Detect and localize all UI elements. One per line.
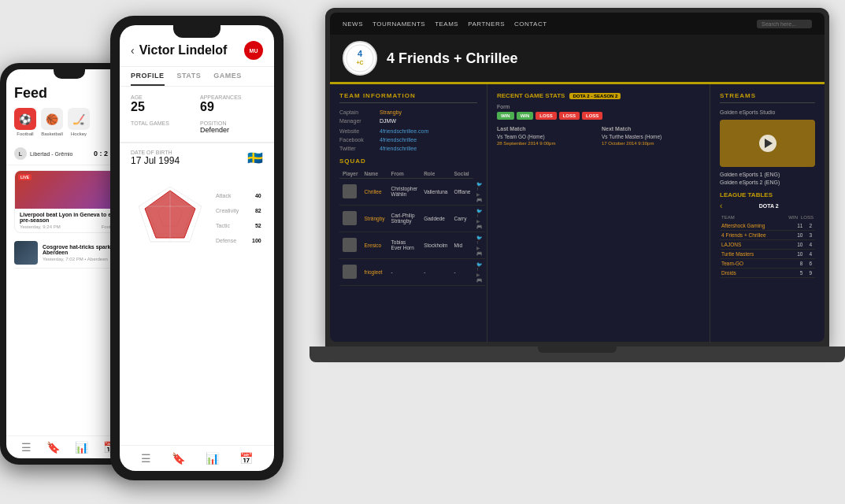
league-team-name: Turtle Masters bbox=[720, 250, 794, 259]
nav-contact[interactable]: CONTACT bbox=[514, 20, 547, 28]
league-row: Turtle Masters104 bbox=[720, 250, 815, 259]
league-team-win: 8 bbox=[797, 259, 806, 269]
stream-thumbnail[interactable] bbox=[720, 120, 815, 167]
tab-games[interactable]: GAMES bbox=[213, 67, 242, 86]
appearances-value: 69 bbox=[200, 100, 263, 114]
news-card-2[interactable]: Cosgrove hat-tricks sparks Aberdeen Yest… bbox=[14, 241, 124, 269]
news-location-2: Aberdeen bbox=[87, 257, 108, 261]
player-name: Victor Lindelof bbox=[139, 43, 239, 57]
nav-news[interactable]: NEWS bbox=[343, 20, 363, 28]
facebook-row: Facebook 4friendschrillee bbox=[339, 137, 477, 143]
squad-table: Player Name From Role Social Chrillee Ch… bbox=[339, 169, 485, 286]
player-avatar bbox=[343, 184, 357, 198]
player-from: Stockholm bbox=[421, 232, 450, 258]
form-badge: LOSS bbox=[559, 112, 580, 120]
tab-stats[interactable]: STATS bbox=[177, 67, 202, 86]
next-match-label: Next Match bbox=[602, 126, 700, 132]
player-avatar bbox=[343, 265, 357, 279]
squad-col-social: Social bbox=[451, 169, 474, 179]
player-social: 🐦 f ▶ 🎮 bbox=[473, 232, 485, 258]
manager-value: DJMW bbox=[380, 118, 396, 124]
site-mid-column: RECENT GAME STATS DOTA 2 - SEASON 2 Form… bbox=[487, 84, 710, 342]
league-team-name: 4 Friends + Chrillee bbox=[720, 231, 794, 240]
player-social: 🐦 f ▶ 🎮 bbox=[473, 258, 485, 285]
nav-tournaments[interactable]: TOURNAMENTS bbox=[372, 20, 425, 28]
player-full-name: - bbox=[388, 258, 421, 285]
last-match-date: 28 September 2014 9:00pm bbox=[497, 141, 595, 146]
sport-tab-football[interactable]: ⚽ Football bbox=[14, 108, 36, 136]
laptop-base bbox=[309, 346, 845, 362]
league-team-loss: 4 bbox=[806, 250, 815, 259]
team1-name: Libertad bbox=[30, 151, 50, 157]
league-col-loss: LOSS bbox=[799, 213, 815, 221]
squad-col-from: From bbox=[388, 169, 421, 179]
facebook-link[interactable]: 4friendschrillee bbox=[380, 137, 417, 143]
home-icon[interactable]: ☰ bbox=[141, 452, 151, 465]
nav-teams[interactable]: TEAMS bbox=[435, 20, 458, 28]
stream1-name[interactable]: Golden eSports 1 (ENG) bbox=[720, 172, 815, 177]
dob-section: Date of birth 17 Jul 1994 🇸🇪 bbox=[120, 143, 274, 172]
team1-logo: L bbox=[14, 147, 27, 160]
match-score-value: 0 : 2 bbox=[94, 150, 108, 158]
recent-stats-header: RECENT GAME STATS DOTA 2 - SEASON 2 bbox=[497, 92, 700, 99]
last-match-label: Last Match bbox=[497, 126, 595, 132]
league-team-win: 10 bbox=[794, 250, 806, 259]
basketball-icon: 🏀 bbox=[41, 108, 63, 130]
player-full-name: Tobias Ever Horn bbox=[388, 232, 421, 258]
league-team-loss: 6 bbox=[806, 259, 815, 269]
stats-icon[interactable]: 📊 bbox=[206, 452, 219, 465]
calendar-icon[interactable]: 📅 bbox=[239, 452, 253, 465]
search-input[interactable] bbox=[757, 20, 812, 28]
football-icon: ⚽ bbox=[14, 108, 36, 130]
form-badge: WIN bbox=[497, 112, 514, 120]
svg-text:MU: MU bbox=[250, 48, 258, 54]
match-info: Last Match Vs Team GO (Home) 28 Septembe… bbox=[497, 126, 700, 146]
position-value: Defender bbox=[200, 126, 263, 134]
form-badge: LOSS bbox=[536, 112, 556, 120]
stream2-name[interactable]: Golden eSports 2 (ENG) bbox=[720, 180, 815, 185]
league-team-loss: 9 bbox=[806, 269, 815, 278]
total-games-stat: Total games bbox=[131, 120, 194, 134]
sport-tab-basketball[interactable]: 🏀 Basketball bbox=[41, 108, 63, 136]
player-avatar bbox=[343, 211, 357, 225]
position-stat: Position Defender bbox=[200, 120, 263, 134]
player-from: Gaddede bbox=[421, 205, 450, 232]
age-value: 25 bbox=[131, 100, 194, 114]
streams-title: STREAMS bbox=[720, 92, 815, 103]
form-badge: LOSS bbox=[582, 112, 602, 120]
basketball-label: Basketball bbox=[41, 132, 63, 136]
website-row: Website 4friendschrillee.com bbox=[339, 128, 477, 134]
radar-chart-section: Attack 40 Creativity 82 Tactic 52 Defens… bbox=[120, 172, 274, 264]
attack-label: Attack 40 bbox=[216, 193, 261, 198]
back-button[interactable]: ‹ bbox=[131, 44, 135, 57]
player-role: Mid bbox=[451, 232, 474, 258]
league-team-name: Team-GO bbox=[720, 259, 797, 269]
news-card-1[interactable]: LIVE Liverpool beat Lyon in Geneva to en… bbox=[14, 170, 124, 233]
league-team-name: Droids bbox=[720, 269, 797, 278]
captain-row: Captain Strangby bbox=[339, 109, 477, 115]
website-link[interactable]: 4friendschrillee.com bbox=[380, 128, 428, 134]
bookmark-icon[interactable]: 🔖 bbox=[172, 452, 185, 465]
news-date-1: Yesterday, 9:24 PM bbox=[20, 224, 61, 229]
stream-studio-label: Golden eSports Studio bbox=[720, 109, 815, 115]
player-social: 🐦 f ▶ 🎮 bbox=[473, 179, 485, 206]
player-name-cell: Eresico bbox=[365, 243, 382, 248]
squad-col-name: Name bbox=[361, 169, 388, 179]
twitter-link[interactable]: 4friendschrillee bbox=[380, 146, 417, 151]
player-avatar bbox=[343, 238, 357, 252]
play-button[interactable] bbox=[759, 135, 776, 152]
tab-profile[interactable]: PROFILE bbox=[131, 67, 165, 86]
bookmark-icon-small[interactable]: 🔖 bbox=[46, 441, 60, 454]
league-row: LAJONS104 bbox=[720, 240, 815, 250]
sport-tab-hockey[interactable]: 🏒 Hockey bbox=[68, 108, 90, 136]
squad-col-role: Role bbox=[421, 169, 450, 179]
list-icon[interactable]: ☰ bbox=[21, 441, 32, 454]
captain-label: Captain bbox=[339, 109, 375, 115]
nav-partners[interactable]: PARTNERS bbox=[468, 20, 505, 28]
league-rows: Aftershock Gaming1124 Friends + Chrillee… bbox=[720, 221, 815, 278]
bar-chart-icon[interactable]: 📊 bbox=[75, 441, 88, 454]
squad-title: SQUAD bbox=[339, 158, 477, 165]
league-col-team: TEAM bbox=[720, 213, 787, 221]
phone-small-notch bbox=[54, 69, 85, 79]
league-team-win: 11 bbox=[794, 221, 806, 231]
